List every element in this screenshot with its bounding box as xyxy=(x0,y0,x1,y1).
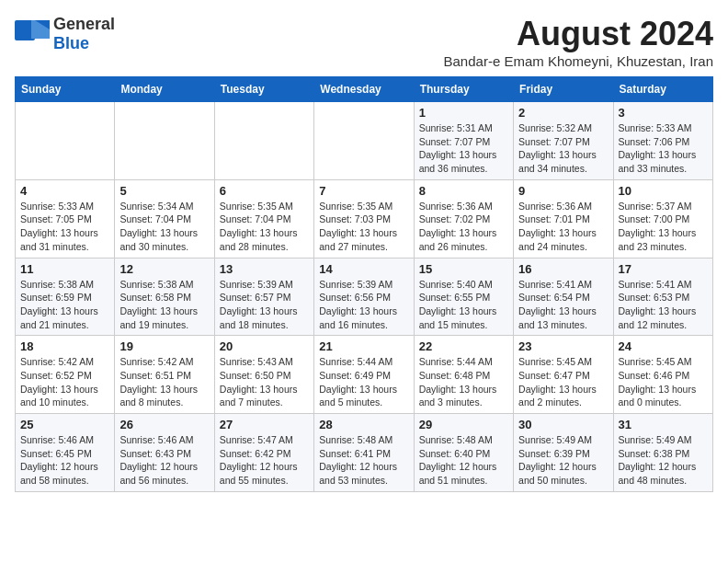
calendar-cell: 31Sunrise: 5:49 AMSunset: 6:38 PMDayligh… xyxy=(613,414,712,492)
day-number: 5 xyxy=(119,184,209,198)
day-info: Sunrise: 5:41 AMSunset: 6:54 PMDaylight:… xyxy=(518,278,608,332)
calendar-cell xyxy=(16,102,115,180)
day-number: 23 xyxy=(518,339,608,353)
calendar-cell: 2Sunrise: 5:32 AMSunset: 7:07 PMDaylight… xyxy=(514,102,613,180)
day-info: Sunrise: 5:49 AMSunset: 6:39 PMDaylight:… xyxy=(518,433,608,488)
day-info: Sunrise: 5:42 AMSunset: 6:51 PMDaylight:… xyxy=(119,355,209,409)
calendar-cell: 14Sunrise: 5:39 AMSunset: 6:56 PMDayligh… xyxy=(314,258,414,336)
day-info: Sunrise: 5:46 AMSunset: 6:43 PMDaylight:… xyxy=(119,433,209,488)
calendar-cell: 22Sunrise: 5:44 AMSunset: 6:48 PMDayligh… xyxy=(414,336,513,414)
calendar-cell: 21Sunrise: 5:44 AMSunset: 6:49 PMDayligh… xyxy=(314,336,414,414)
day-info: Sunrise: 5:41 AMSunset: 6:53 PMDaylight:… xyxy=(619,278,708,332)
week-row-2: 4Sunrise: 5:33 AMSunset: 7:05 PMDaylight… xyxy=(16,179,713,258)
day-info: Sunrise: 5:48 AMSunset: 6:40 PMDaylight:… xyxy=(419,433,508,488)
calendar-table: SundayMondayTuesdayWednesdayThursdayFrid… xyxy=(15,76,713,492)
day-info: Sunrise: 5:42 AMSunset: 6:52 PMDaylight:… xyxy=(20,355,109,409)
day-number: 8 xyxy=(419,184,508,198)
day-number: 28 xyxy=(319,418,408,431)
calendar-cell xyxy=(314,102,414,180)
calendar-cell: 17Sunrise: 5:41 AMSunset: 6:53 PMDayligh… xyxy=(613,258,712,336)
weekday-header-row: SundayMondayTuesdayWednesdayThursdayFrid… xyxy=(16,77,713,102)
logo-text-general: General xyxy=(53,15,115,33)
calendar-cell xyxy=(214,102,313,180)
calendar-cell: 29Sunrise: 5:48 AMSunset: 6:40 PMDayligh… xyxy=(414,414,513,492)
day-number: 17 xyxy=(619,262,708,276)
calendar-cell: 16Sunrise: 5:41 AMSunset: 6:54 PMDayligh… xyxy=(514,258,613,336)
calendar-cell: 7Sunrise: 5:35 AMSunset: 7:03 PMDaylight… xyxy=(314,179,414,258)
day-number: 11 xyxy=(20,262,109,276)
logo: General Blue xyxy=(15,15,115,53)
day-number: 31 xyxy=(619,418,708,431)
weekday-header-monday: Monday xyxy=(115,77,214,102)
day-info: Sunrise: 5:35 AMSunset: 7:03 PMDaylight:… xyxy=(319,200,408,254)
week-row-5: 25Sunrise: 5:46 AMSunset: 6:45 PMDayligh… xyxy=(16,414,713,492)
weekday-header-tuesday: Tuesday xyxy=(214,77,313,102)
week-row-1: 1Sunrise: 5:31 AMSunset: 7:07 PMDaylight… xyxy=(16,102,713,180)
calendar-cell: 5Sunrise: 5:34 AMSunset: 7:04 PMDaylight… xyxy=(115,179,214,258)
logo-icon xyxy=(15,20,50,48)
day-number: 30 xyxy=(518,418,608,431)
day-info: Sunrise: 5:32 AMSunset: 7:07 PMDaylight:… xyxy=(518,121,608,176)
day-info: Sunrise: 5:38 AMSunset: 6:59 PMDaylight:… xyxy=(20,278,109,332)
weekday-header-friday: Friday xyxy=(514,77,613,102)
day-info: Sunrise: 5:45 AMSunset: 6:47 PMDaylight:… xyxy=(518,355,608,409)
day-number: 29 xyxy=(419,418,508,431)
day-info: Sunrise: 5:36 AMSunset: 7:01 PMDaylight:… xyxy=(518,200,608,254)
calendar-title-section: August 2024 Bandar-e Emam Khomeyni, Khuz… xyxy=(444,15,713,69)
weekday-header-saturday: Saturday xyxy=(613,77,712,102)
day-number: 26 xyxy=(119,418,209,431)
day-info: Sunrise: 5:38 AMSunset: 6:58 PMDaylight:… xyxy=(119,278,209,332)
calendar-cell: 19Sunrise: 5:42 AMSunset: 6:51 PMDayligh… xyxy=(115,336,214,414)
calendar-cell: 4Sunrise: 5:33 AMSunset: 7:05 PMDaylight… xyxy=(16,179,115,258)
day-number: 4 xyxy=(20,184,109,198)
day-info: Sunrise: 5:44 AMSunset: 6:49 PMDaylight:… xyxy=(319,355,408,409)
day-number: 22 xyxy=(419,339,508,353)
calendar-cell: 11Sunrise: 5:38 AMSunset: 6:59 PMDayligh… xyxy=(16,258,115,336)
week-row-4: 18Sunrise: 5:42 AMSunset: 6:52 PMDayligh… xyxy=(16,336,713,414)
day-number: 7 xyxy=(319,184,408,198)
calendar-title: August 2024 xyxy=(444,15,713,53)
day-info: Sunrise: 5:43 AMSunset: 6:50 PMDaylight:… xyxy=(220,355,309,409)
day-info: Sunrise: 5:34 AMSunset: 7:04 PMDaylight:… xyxy=(119,200,209,254)
calendar-cell: 9Sunrise: 5:36 AMSunset: 7:01 PMDaylight… xyxy=(514,179,613,258)
day-number: 18 xyxy=(20,339,109,353)
calendar-cell: 26Sunrise: 5:46 AMSunset: 6:43 PMDayligh… xyxy=(115,414,214,492)
day-number: 21 xyxy=(319,339,408,353)
weekday-header-wednesday: Wednesday xyxy=(314,77,414,102)
day-number: 19 xyxy=(119,339,209,353)
day-info: Sunrise: 5:36 AMSunset: 7:02 PMDaylight:… xyxy=(419,200,508,254)
day-number: 9 xyxy=(518,184,608,198)
day-number: 13 xyxy=(220,262,309,276)
logo-text-blue: Blue xyxy=(53,34,89,52)
day-number: 16 xyxy=(518,262,608,276)
weekday-header-sunday: Sunday xyxy=(16,77,115,102)
day-number: 1 xyxy=(419,106,508,120)
day-info: Sunrise: 5:44 AMSunset: 6:48 PMDaylight:… xyxy=(419,355,508,409)
calendar-cell: 27Sunrise: 5:47 AMSunset: 6:42 PMDayligh… xyxy=(214,414,313,492)
day-info: Sunrise: 5:33 AMSunset: 7:06 PMDaylight:… xyxy=(619,121,708,176)
day-number: 2 xyxy=(518,106,608,120)
day-number: 6 xyxy=(220,184,309,198)
calendar-cell: 23Sunrise: 5:45 AMSunset: 6:47 PMDayligh… xyxy=(514,336,613,414)
day-number: 27 xyxy=(220,418,309,431)
day-number: 25 xyxy=(20,418,109,431)
day-info: Sunrise: 5:45 AMSunset: 6:46 PMDaylight:… xyxy=(619,355,708,409)
day-info: Sunrise: 5:40 AMSunset: 6:55 PMDaylight:… xyxy=(419,278,508,332)
calendar-cell: 28Sunrise: 5:48 AMSunset: 6:41 PMDayligh… xyxy=(314,414,414,492)
day-info: Sunrise: 5:46 AMSunset: 6:45 PMDaylight:… xyxy=(20,433,109,488)
calendar-cell: 30Sunrise: 5:49 AMSunset: 6:39 PMDayligh… xyxy=(514,414,613,492)
week-row-3: 11Sunrise: 5:38 AMSunset: 6:59 PMDayligh… xyxy=(16,258,713,336)
calendar-cell: 13Sunrise: 5:39 AMSunset: 6:57 PMDayligh… xyxy=(214,258,313,336)
day-info: Sunrise: 5:47 AMSunset: 6:42 PMDaylight:… xyxy=(220,433,309,488)
day-info: Sunrise: 5:49 AMSunset: 6:38 PMDaylight:… xyxy=(619,433,708,488)
day-number: 3 xyxy=(619,106,708,120)
day-number: 15 xyxy=(419,262,508,276)
day-number: 24 xyxy=(619,339,708,353)
day-number: 10 xyxy=(619,184,708,198)
calendar-cell: 25Sunrise: 5:46 AMSunset: 6:45 PMDayligh… xyxy=(16,414,115,492)
calendar-subtitle: Bandar-e Emam Khomeyni, Khuzestan, Iran xyxy=(444,53,713,69)
calendar-cell: 3Sunrise: 5:33 AMSunset: 7:06 PMDaylight… xyxy=(613,102,712,180)
calendar-cell: 24Sunrise: 5:45 AMSunset: 6:46 PMDayligh… xyxy=(613,336,712,414)
weekday-header-thursday: Thursday xyxy=(414,77,513,102)
page-header: General Blue August 2024 Bandar-e Emam K… xyxy=(15,15,713,69)
